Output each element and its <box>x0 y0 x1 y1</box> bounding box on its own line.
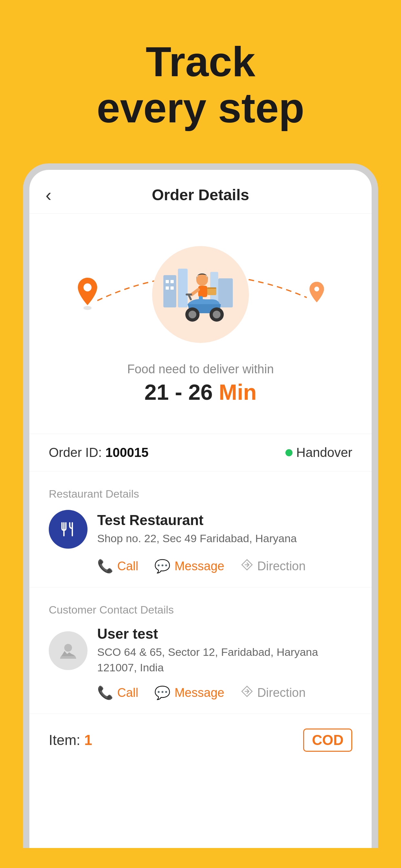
customer-details-section: Customer Contact Details User test SCO 6… <box>29 587 372 714</box>
customer-info: User test SCO 64 & 65, Sector 12, Farida… <box>97 626 352 675</box>
screen-header: ‹ Order Details <box>29 170 372 214</box>
restaurant-action-buttons: 📞 Call 💬 Message Direction <box>49 558 352 574</box>
svg-rect-4 <box>218 278 233 307</box>
restaurant-section-label: Restaurant Details <box>49 488 352 500</box>
svg-rect-2 <box>163 275 176 307</box>
delivery-time: 21 - 26 Min <box>127 379 274 405</box>
svg-point-1 <box>84 283 92 291</box>
customer-direction-button[interactable]: Direction <box>241 685 306 701</box>
svg-point-19 <box>213 311 220 318</box>
restaurant-call-button[interactable]: 📞 Call <box>97 558 138 574</box>
message-icon-2: 💬 <box>154 685 171 701</box>
customer-message-label: Message <box>174 686 224 700</box>
restaurant-message-button[interactable]: 💬 Message <box>154 558 224 574</box>
rider-illustration <box>152 246 249 343</box>
restaurant-address: Shop no. 22, Sec 49 Faridabad, Haryana <box>97 531 352 547</box>
scooter-svg <box>160 262 241 327</box>
customer-address: SCO 64 & 65, Sector 12, Faridabad, Harya… <box>97 645 352 675</box>
phone-screen: ‹ Order Details <box>29 170 372 848</box>
delivery-time-section: Food need to deliver within 21 - 26 Min <box>127 356 274 421</box>
order-id-value: 100015 <box>105 445 149 460</box>
customer-contact-row: User test SCO 64 & 65, Sector 12, Farida… <box>49 626 352 675</box>
item-text-label: Item: <box>49 732 81 748</box>
restaurant-details-section: Restaurant Details Test Restaurant Shop … <box>29 471 372 587</box>
svg-point-17 <box>189 311 196 318</box>
phone-wrapper: ‹ Order Details <box>23 163 378 848</box>
restaurant-message-label: Message <box>174 559 224 573</box>
direction-icon <box>241 558 253 574</box>
restaurant-avatar <box>49 510 88 549</box>
phone-icon: 📞 <box>97 559 113 574</box>
back-button[interactable]: ‹ <box>45 185 51 206</box>
direction-icon-2 <box>241 685 253 701</box>
svg-rect-9 <box>171 286 174 290</box>
phone-icon-2: 📞 <box>97 685 113 701</box>
hero-title-line2: every step <box>96 84 304 131</box>
time-unit: Min <box>219 380 257 404</box>
restaurant-contact-row: Test Restaurant Shop no. 22, Sec 49 Fari… <box>49 510 352 549</box>
restaurant-info: Test Restaurant Shop no. 22, Sec 49 Fari… <box>97 512 352 547</box>
customer-avatar <box>49 631 88 670</box>
restaurant-direction-button[interactable]: Direction <box>241 558 306 574</box>
customer-section-label: Customer Contact Details <box>49 603 352 616</box>
time-range: 21 - 26 <box>144 380 213 404</box>
hero-title-line1: Track <box>146 38 255 85</box>
item-cod-row: Item: 1 COD <box>29 714 372 766</box>
restaurant-call-label: Call <box>117 559 138 573</box>
customer-action-buttons: 📞 Call 💬 Message Direction <box>49 685 352 701</box>
order-label: Order ID: <box>49 445 102 460</box>
svg-point-10 <box>196 274 208 286</box>
status-label: Handover <box>297 445 352 460</box>
svg-rect-3 <box>178 269 188 307</box>
svg-rect-15 <box>207 287 216 289</box>
svg-point-0 <box>84 306 92 310</box>
customer-call-label: Call <box>117 686 138 700</box>
item-count: 1 <box>84 732 92 748</box>
origin-pin <box>74 278 100 311</box>
page-title: Order Details <box>152 186 249 204</box>
deliver-within-label: Food need to deliver within <box>127 362 274 376</box>
restaurant-direction-label: Direction <box>257 559 306 573</box>
customer-call-button[interactable]: 📞 Call <box>97 685 138 701</box>
status-badge: Handover <box>285 445 352 460</box>
cod-badge: COD <box>303 728 352 752</box>
status-dot <box>285 449 292 456</box>
customer-direction-label: Direction <box>257 686 306 700</box>
svg-point-23 <box>57 518 80 540</box>
customer-message-button[interactable]: 💬 Message <box>154 685 224 701</box>
delivery-section: Food need to deliver within 21 - 26 Min <box>29 214 372 434</box>
destination-pin <box>307 282 327 307</box>
svg-rect-6 <box>166 280 169 283</box>
map-illustration <box>49 233 352 356</box>
order-id-row: Order ID: 100015 Handover <box>29 434 372 471</box>
item-label: Item: 1 <box>49 732 92 748</box>
restaurant-name: Test Restaurant <box>97 512 352 528</box>
svg-point-22 <box>314 287 319 291</box>
message-icon: 💬 <box>154 559 171 574</box>
svg-rect-8 <box>166 286 169 290</box>
svg-rect-11 <box>198 286 207 297</box>
hero-section: Track every step <box>0 0 401 157</box>
svg-point-27 <box>64 644 72 652</box>
svg-rect-7 <box>171 280 174 283</box>
customer-name: User test <box>97 626 352 642</box>
order-id-label: Order ID: 100015 <box>49 445 149 460</box>
svg-line-12 <box>192 290 198 294</box>
hero-title: Track every step <box>96 39 304 131</box>
